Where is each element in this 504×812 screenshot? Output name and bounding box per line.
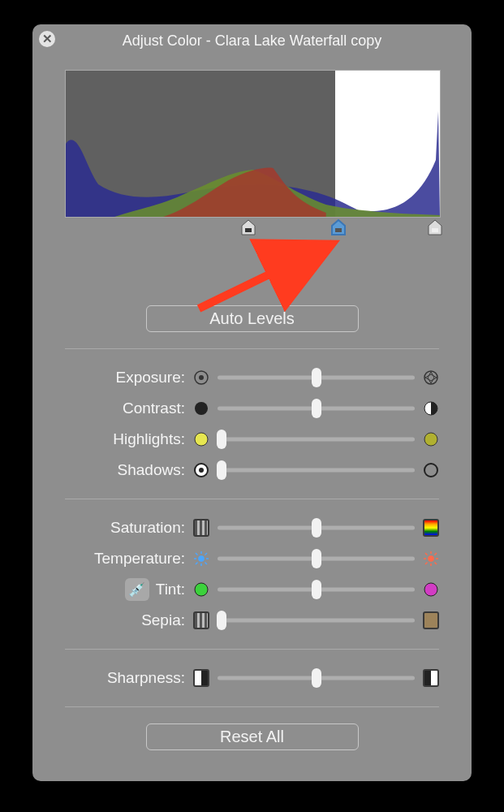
- svg-line-21: [196, 563, 198, 565]
- exposure-row: Exposure:: [65, 365, 439, 390]
- svg-rect-0: [245, 228, 252, 232]
- shadow-high-icon: [423, 462, 439, 478]
- svg-line-19: [196, 553, 198, 555]
- svg-point-5: [199, 375, 204, 380]
- exposure-slider-thumb[interactable]: [312, 368, 321, 387]
- svg-rect-1: [335, 228, 342, 232]
- sepia-slider[interactable]: [218, 612, 415, 628]
- temperature-slider[interactable]: [218, 551, 415, 567]
- svg-line-28: [425, 553, 428, 555]
- stripes-icon: [193, 612, 209, 628]
- svg-point-14: [199, 556, 204, 561]
- contrast-label: Contrast:: [123, 400, 185, 417]
- temperature-slider-thumb[interactable]: [312, 549, 321, 568]
- sepia-label: Sepia:: [141, 611, 185, 629]
- svg-point-13: [424, 464, 437, 477]
- levels-white-marker[interactable]: [428, 219, 442, 235]
- svg-point-7: [195, 402, 208, 415]
- auto-levels-button[interactable]: Auto Levels: [146, 305, 359, 332]
- temp-cool-icon: [193, 551, 209, 567]
- tint-magenta-icon: [423, 581, 439, 598]
- separator: [65, 348, 439, 349]
- separator: [65, 649, 439, 650]
- highlights-row: Highlights:: [65, 427, 439, 451]
- highlights-label: Highlights:: [113, 430, 185, 448]
- sharpness-row: Sharpness:: [65, 666, 439, 690]
- saturation-slider[interactable]: [218, 520, 415, 536]
- slider-group: Saturation:Temperature:💉Tint:Sepia:: [49, 516, 455, 633]
- temperature-row: Temperature:: [65, 546, 439, 571]
- aperture-open-icon: [423, 369, 439, 386]
- aperture-closed-icon: [193, 369, 209, 386]
- shadows-slider[interactable]: [218, 462, 415, 478]
- histogram: [65, 70, 441, 218]
- slider-group: Sharpness:: [49, 666, 455, 690]
- sharp-high-icon: [423, 670, 439, 686]
- close-icon: ✕: [42, 32, 53, 46]
- sepia-icon: [423, 612, 439, 628]
- svg-point-32: [195, 583, 208, 596]
- sharp-low-icon: [193, 670, 209, 686]
- svg-line-29: [435, 563, 437, 565]
- panel-content: Auto Levels Exposure:Contrast:Highlights…: [32, 305, 472, 750]
- separator: [65, 499, 439, 499]
- reset-all-button[interactable]: Reset All: [146, 723, 359, 750]
- saturation-slider-thumb[interactable]: [312, 518, 321, 538]
- eyedropper-icon: 💉: [128, 581, 145, 598]
- sepia-slider-thumb[interactable]: [217, 611, 226, 630]
- saturation-row: Saturation:: [65, 516, 439, 540]
- highlights-slider[interactable]: [218, 431, 415, 447]
- svg-line-30: [425, 563, 428, 565]
- svg-line-20: [205, 563, 208, 565]
- close-button[interactable]: ✕: [39, 31, 55, 47]
- contrast-slider[interactable]: [218, 400, 415, 417]
- sharpness-label: Sharpness:: [107, 669, 185, 687]
- svg-point-9: [195, 433, 208, 446]
- shadows-label: Shadows:: [118, 461, 185, 479]
- sepia-row: Sepia:: [65, 608, 439, 633]
- histogram-curves: [66, 71, 440, 217]
- sharpness-slider[interactable]: [218, 670, 415, 686]
- shadow-low-icon: [193, 462, 209, 478]
- slider-group: Exposure:Contrast:Highlights:Shadows:: [49, 365, 455, 482]
- rainbow-icon: [423, 520, 439, 536]
- exposure-slider[interactable]: [218, 369, 415, 386]
- highlight-low-icon: [193, 431, 209, 447]
- highlights-slider-thumb[interactable]: [217, 430, 226, 449]
- sharpness-slider-thumb[interactable]: [312, 668, 321, 688]
- tint-green-icon: [193, 581, 209, 598]
- highlight-high-icon: [423, 431, 439, 447]
- contrast-slider-thumb[interactable]: [312, 399, 321, 418]
- svg-point-12: [199, 468, 204, 473]
- svg-point-10: [424, 433, 437, 446]
- levels-markers: [65, 219, 439, 239]
- svg-rect-2: [432, 228, 438, 232]
- svg-point-23: [429, 556, 433, 561]
- svg-line-31: [435, 553, 437, 555]
- contrast-row: Contrast:: [65, 396, 439, 421]
- svg-line-3: [199, 244, 333, 309]
- titlebar: ✕ Adjust Color - Clara Lake Waterfall co…: [32, 24, 472, 52]
- window-title: Adjust Color - Clara Lake Waterfall copy: [32, 32, 472, 50]
- eyedropper-button[interactable]: 💉: [125, 578, 149, 601]
- shadows-row: Shadows:: [65, 458, 439, 482]
- levels-black-marker[interactable]: [241, 219, 256, 235]
- adjust-color-panel: ✕ Adjust Color - Clara Lake Waterfall co…: [32, 24, 472, 781]
- svg-line-22: [205, 553, 208, 555]
- svg-point-33: [424, 583, 437, 596]
- stripes-icon: [193, 520, 209, 536]
- tint-label: Tint:: [156, 581, 185, 598]
- temperature-label: Temperature:: [94, 550, 185, 568]
- tint-slider[interactable]: [218, 581, 415, 598]
- contrast-low-icon: [193, 400, 209, 417]
- levels-mid-marker[interactable]: [331, 219, 346, 235]
- contrast-high-icon: [423, 400, 439, 417]
- histogram-area: [65, 70, 439, 239]
- shadows-slider-thumb[interactable]: [217, 460, 226, 480]
- separator: [65, 706, 439, 707]
- tint-slider-thumb[interactable]: [312, 580, 321, 599]
- tint-row: 💉Tint:: [65, 577, 439, 602]
- svg-point-6: [424, 371, 437, 384]
- saturation-label: Saturation:: [110, 519, 185, 537]
- exposure-label: Exposure:: [115, 369, 185, 387]
